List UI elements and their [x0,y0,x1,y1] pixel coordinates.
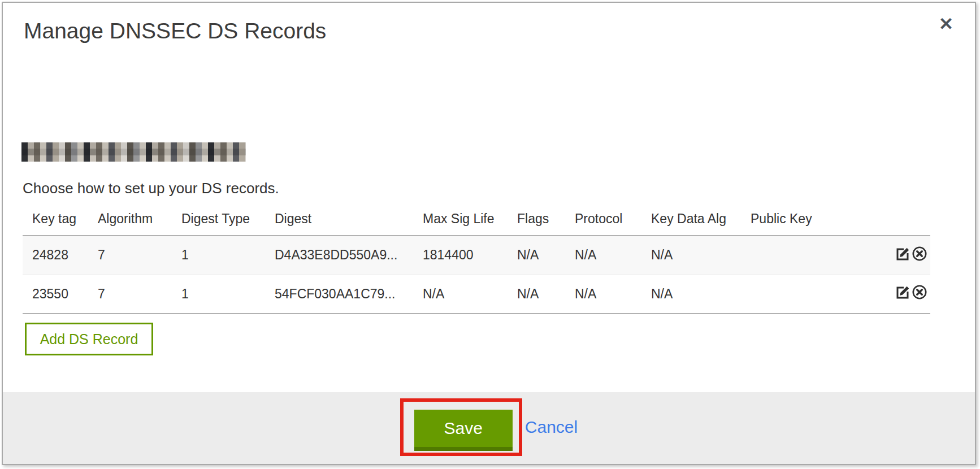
row-actions [835,236,930,275]
delete-icon[interactable] [912,285,927,303]
close-icon[interactable]: ✕ [939,15,953,33]
dnssec-ds-records-dialog: Manage DNSSEC DS Records ✕ Choose how to… [2,2,976,465]
column-header-key-data-alg: Key Data Alg [651,207,751,236]
column-header-flags: Flags [517,207,575,236]
delete-icon[interactable] [912,246,927,264]
row-actions [835,275,930,314]
cell-max-sig-life: N/A [423,275,517,314]
redacted-domain-name [21,142,246,162]
cell-protocol: N/A [575,275,651,314]
cell-max-sig-life: 1814400 [423,236,517,275]
ds-records-table: Key tag Algorithm Digest Type Digest Max… [23,207,930,314]
table-header-row: Key tag Algorithm Digest Type Digest Max… [23,207,930,236]
red-annotation-box: Save [400,398,522,456]
cell-digest: 54FCF030AA1C79... [275,275,423,314]
instruction-text: Choose how to set up your DS records. [23,180,279,197]
column-header-public-key: Public Key [751,207,835,236]
dialog-title: Manage DNSSEC DS Records [24,19,326,44]
cell-flags: N/A [517,236,575,275]
save-button[interactable]: Save [414,410,513,451]
cell-public-key [751,236,835,275]
column-header-actions [835,207,930,236]
cell-key-tag: 23550 [23,275,98,314]
table-row: 24828 7 1 D4A33E8DD550A9... 1814400 N/A … [23,236,930,275]
edit-icon[interactable] [896,246,910,264]
column-header-algorithm: Algorithm [98,207,181,236]
edit-icon[interactable] [896,285,910,303]
column-header-protocol: Protocol [575,207,651,236]
cell-public-key [751,275,835,314]
column-header-digest: Digest [275,207,423,236]
footer-controls: Save Cancel [3,398,975,456]
cell-flags: N/A [517,275,575,314]
column-header-key-tag: Key tag [23,207,98,236]
cell-digest-type: 1 [181,275,275,314]
cell-algorithm: 7 [98,275,181,314]
cell-algorithm: 7 [98,236,181,275]
cell-key-data-alg: N/A [651,275,751,314]
cancel-link[interactable]: Cancel [525,418,578,437]
table-row: 23550 7 1 54FCF030AA1C79... N/A N/A N/A … [23,275,930,314]
cell-key-tag: 24828 [23,236,98,275]
dialog-footer: Save Cancel [3,392,975,464]
add-ds-record-button[interactable]: Add DS Record [25,323,153,355]
cell-digest: D4A33E8DD550A9... [275,236,423,275]
column-header-max-sig-life: Max Sig Life [423,207,517,236]
cell-key-data-alg: N/A [651,236,751,275]
cell-digest-type: 1 [181,236,275,275]
column-header-digest-type: Digest Type [181,207,275,236]
cell-protocol: N/A [575,236,651,275]
